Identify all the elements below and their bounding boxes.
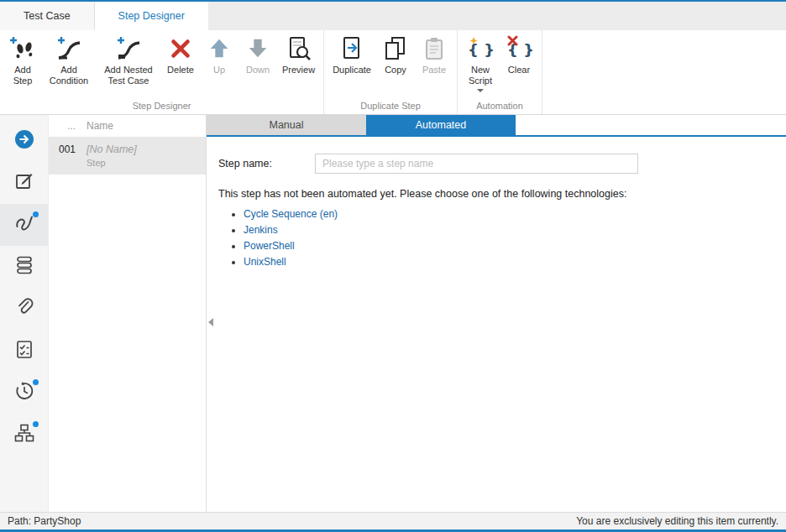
button-label: Up [213,65,225,76]
automation-info-text: This step has not been automated yet. Pl… [218,188,786,200]
move-up-button[interactable]: Up [200,32,238,76]
status-bar: Path: PartyShop You are exclusively edit… [0,512,786,532]
tab-automated[interactable]: Automated [366,115,516,135]
steps-path-icon [14,213,34,237]
step-mode-tab-strip: Manual Automated [207,115,786,137]
sidebar-item-edit[interactable] [0,162,48,204]
ribbon-group-automation: { } New Script { } Clear [458,30,542,114]
copy-icon [381,34,410,63]
technology-item: Jenkins [244,224,786,236]
step-row-number: 001 [49,143,80,168]
status-editing-text: You are exclusively editing this item cu… [576,515,778,527]
technology-item: UnixShell [244,256,786,268]
step-name-label: Step name: [218,158,315,170]
content-area: ... Name 001 [No Name] Step Manual Autom… [0,115,786,512]
technology-link-unixshell[interactable]: UnixShell [244,256,286,268]
step-name-input[interactable] [315,154,638,174]
step-row-type: Step [86,158,137,168]
button-label: Copy [385,65,406,76]
nested-ramp-plus-icon [114,34,143,63]
ribbon-group-duplicate-step: Duplicate Copy [324,30,458,114]
tab-test-case[interactable]: Test Case [0,2,95,30]
new-script-dropdown-caret[interactable] [477,89,484,92]
button-label: Clear [508,65,530,76]
button-label: Add Condition [47,65,91,86]
step-name-row: Step name: [218,154,786,174]
sidebar-item-steps[interactable] [0,204,48,246]
technology-item: Cycle Sequence (en) [244,208,786,220]
ribbon-group-label: Automation [461,99,538,114]
duplicate-button[interactable]: Duplicate [328,32,376,76]
history-badge [33,379,39,385]
technology-link-cycle-sequence[interactable]: Cycle Sequence (en) [244,208,338,220]
technology-item: PowerShell [244,240,786,252]
add-nested-test-case-button[interactable]: Add Nested Test Case [96,32,161,86]
button-label: Add Step [10,65,35,86]
script-braces-clear-icon: { } [505,34,533,63]
preview-button[interactable]: Preview [277,32,320,76]
footprints-plus-icon [8,34,37,63]
button-label: Duplicate [333,65,371,76]
history-clock-icon [14,381,34,404]
add-step-button[interactable]: Add Step [3,32,42,86]
clipboard-check-icon [14,339,34,362]
application-window: Test Case Step Designer [0,0,786,532]
left-icon-sidebar [0,115,48,512]
technology-link-powershell[interactable]: PowerShell [244,240,295,252]
edit-pencil-icon [14,171,34,195]
button-label: Down [246,65,270,76]
add-condition-button[interactable]: Add Condition [42,32,96,86]
sidebar-item-hierarchy[interactable] [0,414,48,456]
ribbon: Add Step Add Condition [0,30,786,115]
steps-badge [33,211,39,217]
arrow-down-icon [244,34,272,63]
document-tab-bar: Test Case Step Designer [0,2,786,30]
step-list-header: ... Name [49,115,206,138]
move-down-button[interactable]: Down [238,32,277,76]
ribbon-group-label: Duplicate Step [328,99,453,114]
button-label: New Script [468,65,493,86]
step-row[interactable]: 001 [No Name] Step [49,138,206,175]
step-list-panel: ... Name 001 [No Name] Step [48,115,207,512]
ribbon-group-step-designer: Add Step Add Condition [0,30,324,114]
arrow-up-icon [205,34,233,63]
tab-manual[interactable]: Manual [207,115,366,135]
step-row-name: [No Name] [86,143,137,155]
tab-step-designer[interactable]: Step Designer [95,2,208,30]
copy-button[interactable]: Copy [376,32,415,76]
red-x-icon [166,34,195,63]
step-detail-pane: Manual Automated Step name: This step ha… [207,115,786,512]
paperclip-icon [14,297,34,321]
sidebar-item-checklist[interactable] [0,330,48,372]
button-label: Delete [167,65,194,76]
clear-script-button[interactable]: { } Clear [500,32,538,76]
sidebar-item-navigate[interactable] [0,120,48,162]
button-label: Preview [282,65,315,76]
column-header-number: ... [49,120,80,132]
sidebar-item-attachments[interactable] [0,288,48,330]
sidebar-item-history[interactable] [0,372,48,414]
delete-button[interactable]: Delete [161,32,200,76]
sidebar-item-data[interactable] [0,246,48,288]
duplicate-doc-icon [338,34,366,63]
circle-arrow-right-icon [14,129,34,153]
technology-list: Cycle Sequence (en) Jenkins PowerShell U… [230,208,786,268]
technology-link-jenkins[interactable]: Jenkins [244,224,278,236]
preview-magnifier-icon [285,34,313,63]
sitemap-icon [14,423,34,446]
paste-clipboard-icon [420,34,448,63]
paste-button[interactable]: Paste [415,32,453,76]
button-label: Add Nested Test Case [101,65,156,86]
database-layers-icon [14,255,34,279]
svg-text:{ }: { } [468,41,494,59]
button-label: Paste [422,65,446,76]
ramp-plus-icon [55,34,83,63]
ribbon-group-label: Step Designer [3,99,320,114]
script-braces-new-icon: { } [466,34,495,63]
status-path-text: Path: PartyShop [8,515,81,527]
collapse-panel-arrow[interactable] [208,318,213,326]
column-header-name: Name [80,120,113,132]
hierarchy-badge [33,421,39,427]
new-script-button[interactable]: { } New Script [461,32,500,92]
